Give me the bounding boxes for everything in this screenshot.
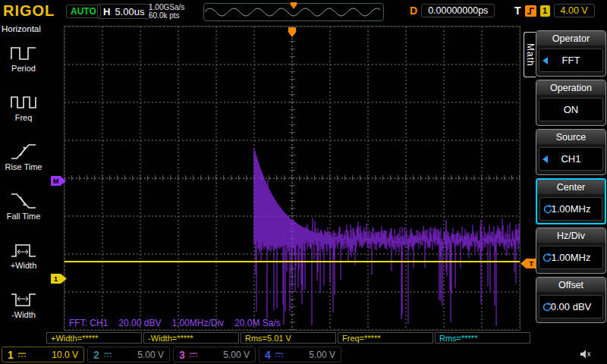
channel-scale: 5.00 V (223, 350, 250, 360)
channel-number: 2 (93, 349, 99, 361)
menu-item-offset[interactable]: Offset 0.00 dBV (536, 277, 606, 323)
menu-item-label: Offset (536, 278, 605, 292)
fall-time-icon (10, 191, 37, 211)
trigger-source-badge: 1 (540, 5, 550, 17)
channel-indicator-ch2[interactable]: 2 5.00 V (87, 347, 170, 362)
menu-item-operator[interactable]: Operator FFT (536, 30, 606, 77)
menu-item-center[interactable]: Center 1.00MHz (536, 178, 606, 224)
sample-rate-info: 1.00GSa/s 60.0k pts (149, 3, 184, 20)
trigger-info: T 1 4.00 V (514, 4, 595, 17)
rise-time-icon (10, 142, 37, 162)
menu-item-label: Operation (536, 80, 605, 95)
rigol-logo: RIGOL (3, 2, 55, 20)
fft-info-readout: FFT: CH1 20.00 dBV 1.00MHz/Div 20.0M Sa/… (69, 318, 281, 328)
menu-item-label: Hz/Div (536, 228, 605, 243)
delay-value: 0.00000000ps (421, 4, 495, 17)
measure-item-nwidth: -Width=***** (143, 332, 239, 344)
center-value: 1.00MHz (539, 197, 602, 221)
sidebar-item-period[interactable]: Period (0, 33, 47, 83)
fft-trace (64, 27, 520, 330)
horizontal-timebase: H 5.00us (97, 4, 150, 19)
sidebar-item-neg-width[interactable]: -Width (0, 280, 47, 329)
coupling-icon (275, 351, 284, 358)
offset-value: 0.00 dBV (539, 295, 603, 318)
channel-bar: 1 10.0 V 2 5.00 V 3 5.00 V 4 5.00 V (0, 345, 607, 364)
timebase-value: 5.00us (115, 6, 144, 17)
menu-item-label: Operator (536, 31, 605, 46)
sidebar-title: Horizontal (0, 24, 47, 33)
fft-scale: 20.00 dBV (118, 318, 161, 328)
measure-item-freq: Freq=***** (338, 332, 433, 344)
left-arrow-icon (543, 57, 548, 64)
coupling-icon (103, 351, 112, 358)
knob-icon (542, 302, 552, 312)
operation-value: ON (539, 98, 603, 121)
math-tab[interactable]: Math (524, 32, 536, 77)
channel-number: 3 (179, 349, 185, 361)
operator-value: FFT (539, 49, 603, 72)
sidebar-item-pos-width[interactable]: +Width (0, 231, 47, 280)
sidebar-item-label: Freq (15, 113, 33, 122)
sidebar-item-freq[interactable]: Freq (0, 83, 47, 132)
math-menu: Math Operator FFT Operation ON Source C (524, 24, 607, 364)
fft-hz-per-div: 1.00MHz/Div (171, 318, 224, 328)
menu-item-source[interactable]: Source CH1 (536, 129, 606, 175)
fft-sample-rate: 20.0M Sa/s (234, 318, 281, 328)
sidebar-item-label: Fall Time (7, 212, 41, 221)
oscilloscope-screen: RIGOL AUTO H 5.00us 1.00GSa/s 60.0k pts … (0, 0, 607, 364)
menu-item-label: Center (537, 180, 605, 194)
sidebar-item-label: -Width (11, 310, 36, 319)
menu-item-hzdiv[interactable]: Hz/Div 1.00MHz (536, 228, 606, 274)
sidebar-item-fall-time[interactable]: Fall Time (0, 181, 47, 231)
sidebar-item-label: Rise Time (5, 162, 42, 171)
plus-width-icon (10, 240, 37, 260)
source-value: CH1 (539, 147, 603, 171)
trigger-level-readout: 4.00 V (554, 4, 595, 17)
menu-item-operation[interactable]: Operation ON (536, 80, 606, 126)
knob-icon (543, 204, 553, 215)
channel-indicator-ch4[interactable]: 4 5.00 V (259, 347, 341, 362)
knob-icon (542, 253, 552, 263)
graticule: FFT: CH1 20.00 dBV 1.00MHz/Div 20.0M Sa/… (64, 26, 521, 331)
h-label: H (103, 6, 110, 17)
coupling-icon (17, 351, 27, 358)
trigger-position-preview-icon (290, 4, 297, 9)
measurement-bar: +Width=***** -Width=***** Rms=5.01 V Fre… (46, 332, 530, 344)
channel-indicator-ch1[interactable]: 1 10.0 V (2, 347, 84, 362)
trigger-slope-icon (525, 5, 536, 17)
left-arrow-icon (543, 155, 548, 163)
sidebar-item-rise-time[interactable]: Rise Time (0, 132, 47, 181)
sidebar-item-label: Period (11, 64, 36, 73)
minus-width-icon (10, 290, 37, 309)
measure-sidebar: Horizontal Period Freq Rise Time Fall Ti… (0, 24, 47, 329)
freq-icon (10, 93, 37, 112)
channel-scale: 5.00 V (137, 350, 164, 360)
sample-rate-value: 1.00GSa/s (149, 3, 184, 11)
channel-scale: 10.0 V (52, 350, 78, 360)
fft-source: FFT: CH1 (69, 318, 108, 328)
coupling-icon (189, 351, 198, 358)
measure-item-rms-ch2: Rms=***** (435, 332, 530, 344)
channel-indicator-ch3[interactable]: 3 5.00 V (173, 347, 256, 362)
delay-readout: D 0.00000000ps (410, 4, 495, 17)
memory-depth-value: 60.0k pts (149, 11, 184, 20)
hzdiv-value: 1.00MHz (539, 246, 603, 269)
channel-number: 4 (265, 349, 271, 361)
channel-scale: 5.00 V (309, 350, 335, 360)
measure-item-rms-ch1: Rms=5.01 V (241, 332, 336, 344)
channel-number: 1 (8, 349, 14, 361)
menu-item-label: Source (536, 130, 605, 144)
measure-item-pwidth: +Width=***** (46, 332, 142, 344)
t-label: T (514, 5, 521, 17)
ch1-trace (64, 261, 520, 262)
waveform-preview (203, 3, 384, 21)
period-icon (10, 43, 37, 63)
d-label: D (410, 5, 417, 17)
sidebar-item-label: +Width (11, 261, 37, 270)
trigger-status-badge: AUTO (66, 5, 101, 18)
